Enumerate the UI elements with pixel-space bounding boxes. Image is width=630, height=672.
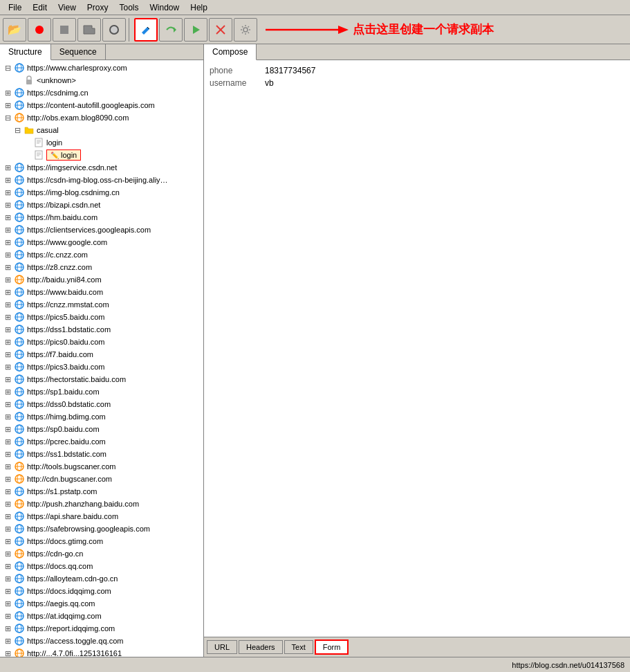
tree-item[interactable]: ⊞https://aegis.qq.com	[0, 597, 203, 610]
tree-expander[interactable]: ⊞	[3, 499, 12, 509]
tree-item[interactable]: ⊞https://content-autofill.googleapis.com	[0, 99, 203, 111]
stream-button[interactable]	[77, 18, 101, 42]
tree-expander[interactable]: ⊞	[3, 449, 12, 459]
dark-button[interactable]	[102, 18, 126, 42]
tree-expander[interactable]	[22, 138, 32, 147]
tree-expander[interactable]: ⊞	[3, 399, 12, 409]
tree-item[interactable]: ⊞https://at.idqqimg.com	[0, 610, 203, 622]
tree-item[interactable]: ⊞https://pics5.baidu.com	[0, 311, 203, 323]
tree-expander[interactable]: ⊞	[3, 275, 12, 284]
tree-item[interactable]: ⊞https://c.cnzz.com	[0, 248, 203, 261]
tree-item[interactable]: ⊟casual	[0, 124, 203, 136]
tree-expander[interactable]: ⊞	[3, 636, 12, 646]
stop-button[interactable]	[53, 18, 76, 42]
tree-item[interactable]: ⊞https://cnzz.mmstat.com	[0, 298, 203, 311]
tree-expander[interactable]: ⊞	[3, 586, 12, 596]
tree-expander[interactable]: ⊞	[3, 337, 12, 347]
tree-expander[interactable]: ⊞	[3, 511, 12, 521]
menu-view[interactable]: View	[53, 1, 82, 14]
forward-button[interactable]	[159, 18, 183, 42]
play-button[interactable]	[184, 18, 207, 42]
tree-item[interactable]: ⊞https://www.google.com	[0, 236, 203, 248]
tree-item[interactable]: ⊞http://tools.bugscaner.com	[0, 460, 203, 473]
tree-item[interactable]: ⊞https://hm.baidu.com	[0, 211, 203, 224]
tree-expander[interactable]: ⊟	[3, 63, 12, 73]
tree-expander[interactable]: ⊞	[3, 561, 12, 571]
tree-item[interactable]: ⊞https://www.baidu.com	[0, 286, 203, 298]
tree-item[interactable]: ⊞https://f7.baidu.com	[0, 348, 203, 361]
tree-expander[interactable]: ⊞	[3, 200, 12, 210]
bottom-tab-url[interactable]: URL	[207, 640, 237, 654]
compose-button[interactable]	[134, 18, 158, 42]
menu-tools[interactable]: Tools	[114, 1, 145, 14]
tree-expander[interactable]: ⊟	[3, 113, 12, 122]
bottom-tab-headers[interactable]: Headers	[239, 640, 283, 654]
record-button[interactable]	[28, 18, 51, 42]
tree-item[interactable]: ⊞http://baidu.yni84.com	[0, 273, 203, 286]
tree-expander[interactable]: ⊞	[3, 424, 12, 434]
tree-expander[interactable]: ⊞	[3, 250, 12, 260]
tree-item[interactable]: ⊞https://pics0.baidu.com	[0, 336, 203, 348]
tree-expander[interactable]: ⊞	[3, 574, 12, 583]
bottom-tab-form[interactable]: Form	[315, 639, 349, 655]
open-button[interactable]: 📂	[3, 18, 26, 42]
tree-item[interactable]: ⊞https://alloyteam.cdn-go.cn	[0, 572, 203, 585]
tree-expander[interactable]: ⊞	[3, 237, 12, 247]
tree-container[interactable]: ⊟https://www.charlesproxy.com<unknown>⊞h…	[0, 60, 203, 657]
tree-item[interactable]: ⊞http://cdn.bugscaner.com	[0, 473, 203, 485]
tree-expander[interactable]: ⊞	[3, 188, 12, 197]
tree-item[interactable]: ⊟http://obs.exam.blog8090.com	[0, 111, 203, 124]
tree-expander[interactable]: ⊞	[3, 325, 12, 334]
tree-item[interactable]: ⊞https://safebrowsing.googleapis.com	[0, 523, 203, 535]
tree-expander[interactable]: ⊞	[3, 262, 12, 272]
tree-expander[interactable]	[22, 150, 32, 160]
tree-expander[interactable]: ⊞	[3, 536, 12, 546]
tree-item[interactable]: ⊞https://himg.bdimg.com	[0, 410, 203, 423]
tree-item[interactable]: login	[0, 136, 203, 149]
tree-expander[interactable]	[12, 75, 22, 85]
menu-edit[interactable]: Edit	[27, 1, 53, 14]
tree-item[interactable]: ⊞https://dss1.bdstatic.com	[0, 323, 203, 336]
tree-expander[interactable]: ⊞	[3, 374, 12, 384]
tree-expander[interactable]: ⊞	[3, 163, 12, 172]
tree-expander[interactable]: ⊞	[3, 487, 12, 496]
settings-button[interactable]	[234, 18, 257, 42]
tree-item[interactable]: ⊞https://api.share.baidu.com	[0, 510, 203, 523]
tree-item[interactable]: ⊞https://bizapi.csdn.net	[0, 199, 203, 211]
tree-item[interactable]: ⊞https://csdn-img-blog.oss-cn-beijing.al…	[0, 174, 203, 186]
tree-expander[interactable]: ⊟	[12, 125, 22, 135]
tree-expander[interactable]: ⊞	[3, 212, 12, 222]
tree-item[interactable]: ⊞https://img-blog.csdnimg.cn	[0, 186, 203, 199]
tree-item[interactable]: ⊞https://s1.pstatp.com	[0, 485, 203, 498]
tree-item[interactable]: ⊞https://access.toggle.qq.com	[0, 635, 203, 647]
tree-item[interactable]: ⊞https://clientservices.googleapis.com	[0, 224, 203, 236]
tree-expander[interactable]: ⊞	[3, 225, 12, 235]
tree-item[interactable]: ⊞https://hectorstatic.baidu.com	[0, 373, 203, 385]
tree-expander[interactable]: ⊞	[3, 100, 12, 110]
menu-file[interactable]: File	[3, 1, 27, 14]
tree-item[interactable]: ⊞https://sp0.baidu.com	[0, 423, 203, 435]
tree-item[interactable]: ⊞http://...4.7.0fi...1251316161	[0, 647, 203, 657]
tree-expander[interactable]: ⊞	[3, 474, 12, 484]
tree-expander[interactable]: ⊞	[3, 88, 12, 98]
tree-expander[interactable]: ⊞	[3, 624, 12, 633]
tree-item[interactable]: <unknown>	[0, 74, 203, 87]
tree-expander[interactable]: ⊞	[3, 524, 12, 534]
tree-item[interactable]: ⊞https://docs.qq.com	[0, 560, 203, 572]
tree-item[interactable]: ⊟https://www.charlesproxy.com	[0, 62, 203, 74]
tree-expander[interactable]: ⊞	[3, 349, 12, 359]
tree-item[interactable]: ⊞https://docs.idqqimg.com	[0, 585, 203, 597]
tree-item[interactable]: ⊞https://docs.gtimg.com	[0, 535, 203, 547]
tree-item[interactable]: ⊞https://pics3.baidu.com	[0, 361, 203, 373]
tree-item[interactable]: ⊞https://ss1.bdstatic.com	[0, 448, 203, 460]
tree-expander[interactable]: ⊞	[3, 611, 12, 621]
tree-item[interactable]: ⊞https://imgservice.csdn.net	[0, 161, 203, 174]
tree-expander[interactable]: ⊞	[3, 648, 12, 657]
tree-item[interactable]: ⊞https://pcrec.baidu.com	[0, 435, 203, 448]
tree-expander[interactable]: ⊞	[3, 437, 12, 446]
tree-expander[interactable]: ⊞	[3, 312, 12, 322]
tree-item[interactable]: ✏️login	[0, 149, 203, 161]
tree-expander[interactable]: ⊞	[3, 287, 12, 297]
tree-item[interactable]: ⊞https://z8.cnzz.com	[0, 261, 203, 273]
tab-compose[interactable]: Compose	[204, 44, 257, 60]
